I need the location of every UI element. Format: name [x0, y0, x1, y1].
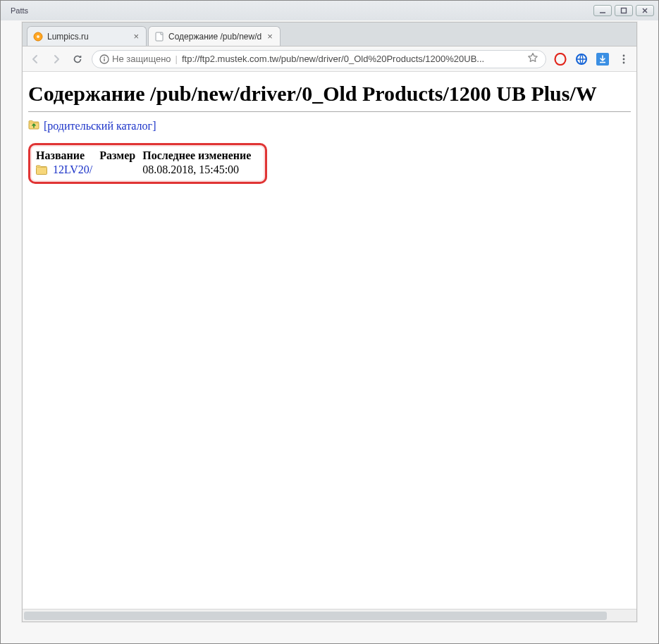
- url-text: ftp://ftp2.mustek.com.tw/pub/new/driver/…: [182, 54, 523, 64]
- tab-strip: Lumpics.ru × Содержание /pub/new/d ×: [23, 23, 636, 47]
- svg-point-14: [623, 58, 625, 60]
- svg-point-15: [623, 61, 625, 63]
- reload-button[interactable]: [70, 52, 85, 66]
- tab-title: Содержание /pub/new/d: [168, 32, 261, 42]
- close-icon: [641, 7, 648, 14]
- col-name-header: Название: [36, 149, 99, 163]
- downloads-button[interactable]: [596, 52, 610, 66]
- download-arrow-icon: [596, 53, 609, 66]
- directory-listing-table: Название Размер Последнее изменение 12LV: [36, 149, 258, 176]
- bookmark-button[interactable]: [527, 52, 538, 66]
- window-minimize-button[interactable]: [593, 5, 612, 16]
- svg-point-8: [104, 56, 105, 58]
- col-modified-header: Последнее изменение: [142, 149, 258, 163]
- arrow-right-icon: [51, 54, 62, 65]
- tab-ftp-listing[interactable]: Содержание /pub/new/d ×: [148, 26, 281, 46]
- back-button[interactable]: [28, 52, 42, 66]
- security-status: Не защищено: [99, 54, 171, 64]
- table-row: 12LV20/ 08.08.2018, 15:45:00: [36, 163, 258, 176]
- parent-directory-link[interactable]: [родительский каталог]: [44, 120, 156, 132]
- svg-point-13: [623, 54, 625, 56]
- opera-extension-icon[interactable]: [553, 52, 567, 66]
- window-maximize-button[interactable]: [615, 5, 633, 16]
- col-size-header: Размер: [99, 149, 142, 163]
- arrow-left-icon: [30, 54, 41, 65]
- page-icon: [154, 32, 164, 42]
- svg-rect-9: [104, 58, 104, 61]
- window-title: Patts: [5, 6, 28, 15]
- browser-menu-button[interactable]: [617, 52, 631, 66]
- tab-close-button[interactable]: ×: [266, 31, 274, 42]
- kebab-icon: [618, 54, 629, 65]
- window-titlebar: Patts: [1, 1, 658, 20]
- window-close-button[interactable]: [636, 5, 654, 16]
- folder-up-icon: [28, 119, 39, 133]
- favicon-orange-icon: [33, 32, 43, 42]
- svg-rect-1: [622, 8, 627, 13]
- opera-icon: [554, 53, 567, 66]
- page-heading: Содержание /pub/new/driver/0_Old Product…: [28, 82, 631, 106]
- parent-directory-row: [родительский каталог]: [28, 119, 631, 133]
- folder-link[interactable]: 12LV20/: [53, 163, 92, 175]
- browser-toolbar: Не защищено | ftp://ftp2.mustek.com.tw/p…: [23, 47, 636, 72]
- os-window: Patts Lumpics.ru × Соде: [0, 0, 659, 644]
- svg-rect-17: [37, 168, 47, 175]
- extension-globe-icon[interactable]: [574, 52, 589, 66]
- horizontal-scrollbar[interactable]: [23, 609, 636, 621]
- cell-modified: 08.08.2018, 15:45:00: [142, 163, 258, 176]
- table-header-row: Название Размер Последнее изменение: [36, 149, 258, 163]
- minimize-icon: [599, 7, 606, 14]
- maximize-icon: [620, 7, 627, 14]
- globe-icon: [575, 53, 588, 66]
- cell-name: 12LV20/: [36, 163, 99, 176]
- tab-lumpics[interactable]: Lumpics.ru ×: [27, 26, 147, 46]
- star-icon: [527, 52, 538, 63]
- browser-window: Lumpics.ru × Содержание /pub/new/d ×: [22, 22, 637, 622]
- security-label: Не защищено: [112, 54, 171, 64]
- tab-title: Lumpics.ru: [47, 32, 128, 42]
- listing-highlight-box: Название Размер Последнее изменение 12LV: [28, 143, 267, 184]
- separator: [28, 111, 631, 112]
- info-icon: [99, 54, 109, 64]
- cell-size: [99, 163, 142, 176]
- forward-button[interactable]: [49, 52, 63, 66]
- scrollbar-thumb[interactable]: [24, 612, 607, 620]
- address-bar[interactable]: Не защищено | ftp://ftp2.mustek.com.tw/p…: [92, 50, 546, 68]
- svg-point-10: [555, 54, 566, 65]
- svg-point-5: [37, 35, 39, 38]
- tab-close-button[interactable]: ×: [132, 31, 140, 42]
- page-content: Содержание /pub/new/driver/0_Old Product…: [23, 72, 636, 609]
- folder-icon: [36, 165, 47, 175]
- reload-icon: [72, 54, 83, 65]
- svg-rect-6: [156, 32, 163, 41]
